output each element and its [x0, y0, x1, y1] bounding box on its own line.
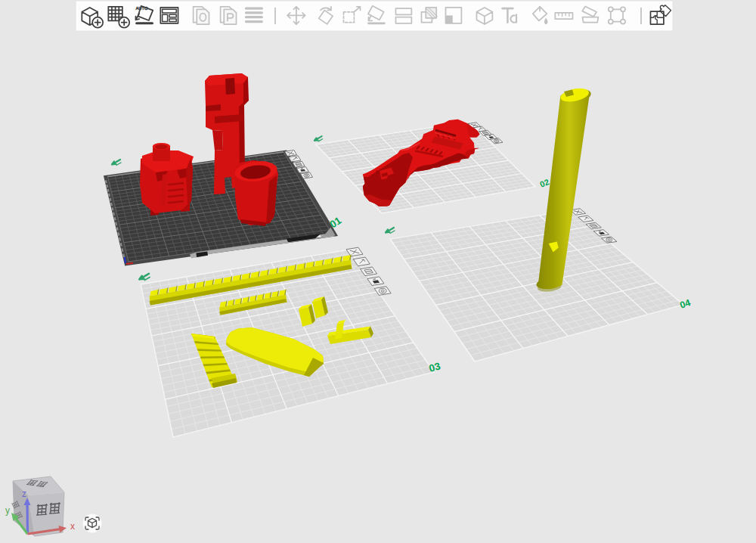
- svg-text:y: y: [5, 505, 10, 516]
- svg-text:AUTO: AUTO: [135, 6, 147, 11]
- svg-text:z: z: [22, 489, 26, 499]
- svg-text:x: x: [70, 521, 75, 532]
